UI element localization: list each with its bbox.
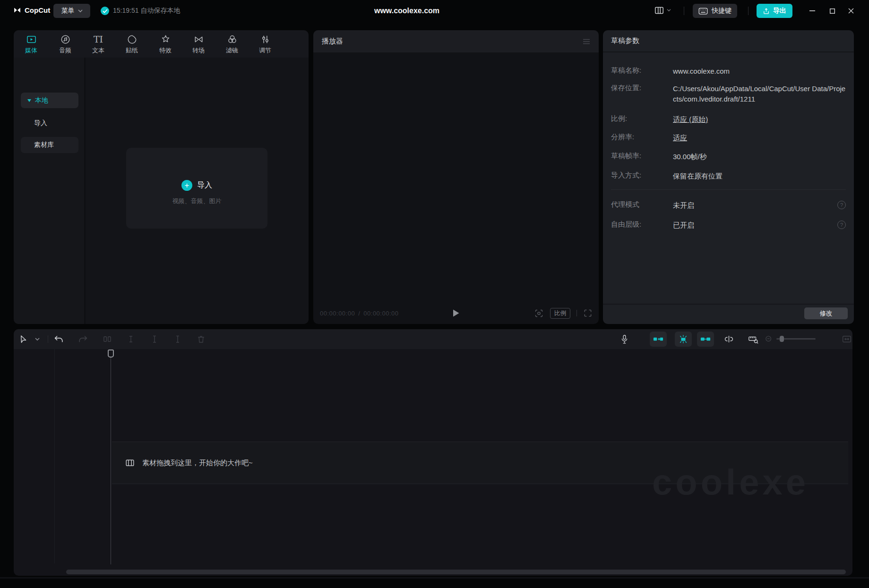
draft-row-label: 分辨率: (611, 133, 673, 143)
app-logo-text: CopCut (25, 6, 50, 14)
draft-row-label: 比例: (611, 114, 673, 125)
mark-in-icon[interactable] (125, 333, 137, 345)
tab-transition[interactable]: 转场 (183, 34, 214, 55)
timecode-current: 00:00:00:00 (320, 310, 355, 317)
sidebar-item-local[interactable]: 本地 (21, 93, 78, 108)
player-panel: 播放器 00:00:00:00 / 00:00:00:00 比例 (313, 30, 599, 324)
chevron-down-icon (667, 9, 671, 12)
mark-out-icon[interactable] (172, 333, 183, 345)
tab-label: 音频 (59, 46, 71, 55)
timeline-zoom-slider-thumb[interactable] (780, 336, 784, 342)
titlebar: CopCut 菜单 15:19:51 自动保存本地 www.coolexe.co… (0, 0, 869, 22)
draft-row-free-layer: 自由层级: 已开启 ? (611, 220, 846, 230)
main-track-magnet-button[interactable] (650, 332, 667, 347)
capcut-app-window: CopCut 菜单 15:19:51 自动保存本地 www.coolexe.co… (0, 0, 869, 588)
tab-text[interactable]: TI 文本 (83, 34, 113, 55)
fit-timeline-icon[interactable] (841, 333, 852, 345)
timeline-gutter-line (54, 349, 55, 563)
draft-row-value: 未开启 (673, 200, 846, 211)
cursor-icon[interactable] (17, 333, 29, 345)
keyboard-icon (698, 8, 708, 15)
maximize-button[interactable] (826, 5, 838, 17)
draft-row-value: C:/Users/Akou/AppData/Local/CapCut/User … (673, 84, 846, 104)
ruler-select-icon[interactable] (748, 333, 759, 345)
transition-icon (193, 34, 204, 45)
text-icon: TI (94, 34, 103, 45)
tab-label: 转场 (192, 46, 205, 55)
shortcut-button[interactable]: 快捷键 (693, 4, 737, 18)
play-button[interactable] (452, 309, 460, 317)
sidebar-item-library[interactable]: 素材库 (21, 137, 78, 153)
timecode: 00:00:00:00 / 00:00:00:00 (320, 310, 399, 317)
player-controls-divider (576, 310, 577, 316)
auto-snap-button[interactable] (675, 332, 692, 347)
tab-label: 媒体 (25, 46, 37, 55)
timeline-horizontal-scrollbar[interactable] (66, 570, 846, 574)
draft-row-location: 保存位置: C:/Users/Akou/AppData/Local/CapCut… (611, 84, 846, 104)
menu-lines-icon[interactable] (583, 39, 590, 44)
toolbar-divider (48, 335, 48, 343)
layout-switch-icon (654, 5, 664, 16)
export-button[interactable]: 导出 (757, 4, 792, 18)
tab-adjust[interactable]: 调节 (250, 34, 280, 55)
draft-row-value[interactable]: 适应 (673, 133, 846, 143)
export-icon (763, 8, 770, 15)
layout-switch-button[interactable] (654, 5, 671, 16)
tab-sticker[interactable]: 贴纸 (117, 34, 147, 55)
tab-filter[interactable]: 滤镜 (217, 34, 247, 55)
media-panel: 媒体 音频 TI 文本 贴纸 特效 转场 (14, 30, 309, 324)
ratio-button[interactable]: 比例 (550, 308, 570, 319)
player-controls: 00:00:00:00 / 00:00:00:00 比例 (313, 302, 599, 324)
link-button[interactable] (697, 332, 714, 347)
watermark-text: coolexe (652, 461, 809, 503)
draft-row-proxy-mode: 代理模式 未开启 ? (611, 200, 846, 211)
modify-button[interactable]: 修改 (804, 307, 848, 319)
timeline-panel: 素材拖拽到这里，开始你的大作吧~ coolexe (14, 329, 852, 576)
draft-row-label: 代理模式 (611, 200, 673, 211)
tab-label: 滤镜 (226, 46, 238, 55)
draft-footer-divider (603, 304, 854, 305)
draft-row-label: 保存位置: (611, 84, 673, 104)
mark-center-icon[interactable] (149, 333, 160, 345)
minimize-button[interactable] (806, 5, 818, 17)
media-icon (26, 34, 37, 45)
draft-row-import-mode: 导入方式: 保留在原有位置 (611, 171, 846, 181)
fullscreen-icon[interactable] (583, 308, 593, 318)
filmstrip-icon (125, 458, 135, 468)
check-circle-icon (101, 7, 109, 15)
draft-row-value[interactable]: 适应 (原始) (673, 114, 846, 125)
playhead-line (111, 358, 111, 564)
tab-label: 调节 (259, 46, 271, 55)
autosave-text: 15:19:51 自动保存本地 (113, 7, 180, 15)
export-button-label: 导出 (773, 7, 786, 15)
chevron-down-icon[interactable] (32, 333, 43, 345)
draft-row-label: 自由层级: (611, 220, 673, 230)
import-drop-card[interactable]: + 导入 视频、音频、图片 (126, 148, 267, 229)
tab-audio[interactable]: 音频 (50, 34, 80, 55)
tab-media[interactable]: 媒体 (16, 34, 46, 55)
draft-row-label: 草稿名称: (611, 66, 673, 77)
app-logo: CopCut (13, 6, 50, 14)
redo-icon[interactable] (77, 333, 88, 345)
preview-axis-icon[interactable] (723, 333, 734, 345)
question-circle-icon[interactable]: ? (837, 221, 846, 229)
undo-icon[interactable] (53, 333, 64, 345)
zoom-out-icon[interactable] (763, 333, 774, 345)
split-icon[interactable] (102, 333, 113, 345)
delete-icon[interactable] (195, 333, 206, 345)
question-circle-icon[interactable]: ? (837, 201, 846, 209)
window-title: www.coolexe.com (374, 7, 439, 15)
frame-fit-icon[interactable] (534, 308, 544, 318)
close-button[interactable] (845, 5, 857, 17)
timeline-toolbar (14, 329, 852, 349)
sidebar-item-import[interactable]: 导入 (21, 115, 78, 131)
import-card-label: 导入 (197, 180, 212, 190)
timecode-total: 00:00:00:00 (363, 310, 398, 317)
tab-effects[interactable]: 特效 (150, 34, 181, 55)
tab-label: 特效 (159, 46, 172, 55)
filter-icon (227, 34, 238, 45)
menu-button[interactable]: 菜单 (53, 4, 90, 18)
mic-icon[interactable] (619, 333, 630, 345)
playhead-handle[interactable] (108, 349, 114, 358)
draft-row-value: 30.00帧/秒 (673, 152, 846, 162)
